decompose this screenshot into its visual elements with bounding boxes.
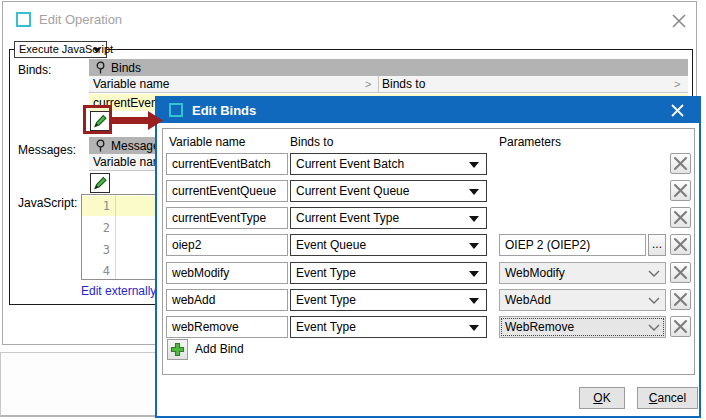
delete-bind-button[interactable] (670, 207, 691, 228)
ok-accel: O (593, 391, 602, 405)
chevron-down-icon (648, 324, 660, 333)
binds-to-value: Event Queue (296, 238, 366, 252)
binds-to-value: Event Type (296, 293, 356, 307)
sort-indicator-icon[interactable]: > (674, 78, 680, 90)
parameter-field[interactable]: OIEP 2 (OIEP2) (499, 234, 646, 256)
variable-name-field[interactable]: oiep2 (166, 234, 288, 256)
chevron-down-icon (648, 270, 660, 279)
ok-button[interactable]: OK (579, 387, 625, 409)
binds-table-caption-band: Binds (89, 59, 688, 76)
messages-label: Messages: (18, 143, 76, 157)
ok-rest: K (603, 391, 611, 405)
dialog-titlebar[interactable]: Edit Binds (157, 98, 699, 123)
dropdown-arrow-icon (469, 189, 479, 195)
parameter-dropdown[interactable]: WebRemove (499, 316, 666, 338)
delete-bind-button[interactable] (670, 234, 691, 255)
close-icon[interactable] (669, 102, 687, 120)
window-title: Edit Operation (39, 12, 122, 27)
edit-messages-button[interactable] (90, 173, 110, 193)
delete-bind-button[interactable] (670, 180, 691, 201)
delete-bind-button[interactable] (670, 316, 691, 337)
col-variable-name[interactable]: Variable name (93, 77, 170, 91)
edit-externally-link[interactable]: Edit externally (81, 284, 156, 298)
delete-x-icon (673, 210, 688, 225)
edit-binds-dialog: Edit Binds Variable name Binds to Parame… (155, 96, 701, 418)
dropdown-arrow-icon (469, 243, 479, 249)
delete-x-icon (673, 183, 688, 198)
variable-name-field[interactable]: currentEventType (166, 207, 288, 229)
binds-to-value: Current Event Type (296, 211, 399, 225)
line-number: 2 (82, 221, 110, 235)
binds-label: Binds: (18, 63, 51, 77)
binds-to-dropdown[interactable]: Current Event Queue (290, 180, 487, 202)
cancel-button[interactable]: Cancel (637, 387, 698, 409)
variable-name-field[interactable]: webRemove (166, 316, 288, 338)
column-divider (378, 76, 379, 93)
chevron-down-icon (648, 297, 660, 306)
parameter-dropdown[interactable]: WebAdd (499, 289, 666, 311)
variable-name-field[interactable]: webModify (166, 262, 288, 284)
browse-button[interactable]: ... (648, 234, 666, 256)
cancel-rest: ancel (657, 391, 686, 405)
window-icon (16, 12, 31, 27)
add-bind-button[interactable] (167, 339, 188, 360)
binds-to-dropdown[interactable]: Event Type (290, 262, 487, 284)
parameter-value: WebModify (505, 266, 565, 280)
close-icon[interactable] (669, 11, 689, 31)
dropdown-arrow-icon (93, 48, 101, 53)
binds-to-dropdown[interactable]: Current Event Type (290, 207, 487, 229)
dialog-col-variable: Variable name (169, 135, 246, 149)
line-number: 4 (82, 264, 110, 278)
binds-to-dropdown[interactable]: Current Event Batch (290, 153, 487, 175)
parameter-value: WebAdd (505, 293, 551, 307)
binds-to-value: Current Event Queue (296, 184, 409, 198)
binds-to-value: Current Event Batch (296, 157, 404, 171)
plus-icon (170, 342, 185, 357)
pencil-icon (92, 175, 108, 191)
parameter-value: WebRemove (505, 320, 574, 334)
annotation-arrow-icon (112, 108, 164, 134)
dropdown-arrow-icon (469, 216, 479, 222)
dropdown-arrow-icon (469, 325, 479, 331)
dialog-col-parameters: Parameters (499, 135, 561, 149)
pin-icon (95, 61, 107, 75)
binds-to-dropdown[interactable]: Event Queue (290, 234, 487, 256)
variable-name-field[interactable]: currentEventBatch (166, 153, 288, 175)
javascript-label: JavaScript: (18, 196, 77, 210)
pin-icon (95, 139, 107, 153)
delete-x-icon (673, 156, 688, 171)
dropdown-arrow-icon (469, 271, 479, 277)
col-binds-to[interactable]: Binds to (382, 77, 425, 91)
delete-bind-button[interactable] (670, 153, 691, 174)
line-number: 3 (82, 243, 110, 257)
delete-bind-button[interactable] (670, 262, 691, 283)
add-bind-label[interactable]: Add Bind (195, 342, 244, 356)
binds-table-caption: Binds (111, 61, 141, 75)
dialog-col-binds-to: Binds to (290, 135, 333, 149)
binds-to-value: Event Type (296, 320, 356, 334)
dropdown-arrow-icon (469, 298, 479, 304)
dialog-title: Edit Binds (192, 103, 256, 118)
sort-indicator-icon[interactable]: > (365, 78, 371, 90)
binds-to-dropdown[interactable]: Event Type (290, 316, 487, 338)
dialog-icon (169, 103, 183, 117)
delete-x-icon (673, 237, 688, 252)
dropdown-arrow-icon (469, 162, 479, 168)
delete-bind-button[interactable] (670, 289, 691, 310)
parameter-dropdown[interactable]: WebModify (499, 262, 666, 284)
annotation-highlight-box (83, 105, 112, 134)
variable-name-field[interactable]: currentEventQueue (166, 180, 288, 202)
variable-name-field[interactable]: webAdd (166, 289, 288, 311)
binds-to-value: Event Type (296, 266, 356, 280)
delete-x-icon (673, 292, 688, 307)
binds-to-dropdown[interactable]: Event Type (290, 289, 487, 311)
binds-column-header-row: Variable name > Binds to > (89, 76, 688, 93)
delete-x-icon (673, 265, 688, 280)
line-number: 1 (82, 199, 110, 213)
gutter-divider (115, 195, 116, 279)
operation-type-dropdown[interactable]: Execute JavaScript (14, 41, 107, 58)
delete-x-icon (673, 319, 688, 334)
